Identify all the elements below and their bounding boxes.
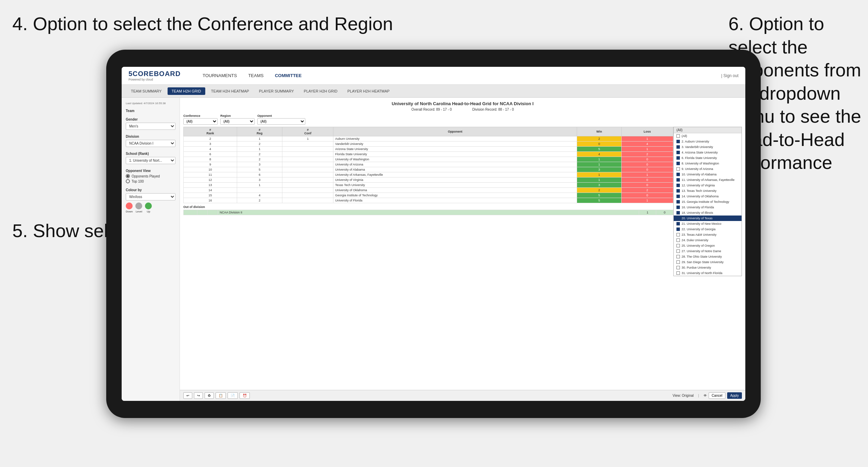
legend-up-label: Up xyxy=(147,210,150,213)
dropdown-item[interactable]: 21. University of New Mexico xyxy=(674,221,742,226)
region-filter-select[interactable]: (All) xyxy=(220,118,255,125)
school-select[interactable]: 1. University of Nort... xyxy=(126,157,175,164)
opponent-filter-label: Opponent xyxy=(257,114,305,118)
dropdown-item[interactable]: 9. University of Arizona xyxy=(674,166,742,172)
subnav-team-summary[interactable]: TEAM SUMMARY xyxy=(127,87,166,95)
subnav-team-h2h-grid[interactable]: TEAM H2H GRID xyxy=(168,87,205,95)
nav-items: TOURNAMENTS TEAMS COMMITTEE xyxy=(198,71,711,80)
dropdown-item-label: 27. University of Notre Dame xyxy=(682,249,721,253)
copy-button[interactable]: 📋 xyxy=(216,392,226,399)
undo-button[interactable]: ↩ xyxy=(183,392,192,399)
subnav-player-h2h-heatmap[interactable]: PLAYER H2H HEATMAP xyxy=(343,87,394,95)
nav-committee[interactable]: COMMITTEE xyxy=(270,71,306,80)
cancel-button[interactable]: Cancel xyxy=(709,392,725,399)
table-row: 16 2 University of Florida 5 1 xyxy=(184,198,673,203)
col-loss: Loss xyxy=(621,127,673,136)
radio-opponents-played[interactable]: Opponents Played xyxy=(126,174,175,178)
div2-win: 1 xyxy=(639,210,656,215)
dropdown-item-label: 23. Texas A&M University xyxy=(682,233,717,236)
dropdown-item[interactable]: 27. University of Notre Dame xyxy=(674,248,742,254)
dropdown-checkbox xyxy=(676,134,680,138)
table-row: 4 1 Arizona State University 5 1 xyxy=(184,147,673,152)
cell-rank: 3 xyxy=(184,142,237,147)
cell-win: 1 xyxy=(577,172,622,177)
cell-reg: 1 xyxy=(237,136,282,142)
dropdown-item[interactable]: 22. University of Georgia xyxy=(674,226,742,232)
dropdown-item[interactable]: 30. Purdue University xyxy=(674,265,742,270)
opponent-filter-select[interactable]: (All) xyxy=(257,118,305,125)
paste-button[interactable]: 📄 xyxy=(228,392,238,399)
dropdown-item[interactable]: 29. San Diego State University xyxy=(674,259,742,265)
table-wrapper: #Rank #Reg #Conf Opponent Win Loss 2 1 xyxy=(183,127,673,276)
dropdown-item-label: 21. University of New Mexico xyxy=(682,222,721,225)
grid-title: University of North Carolina Head-to-Hea… xyxy=(183,101,742,106)
cell-reg: 2 xyxy=(237,157,282,162)
gender-section: Gender Men's xyxy=(126,118,175,130)
dropdown-item[interactable]: 11. University of Arkansas, Fayetteville xyxy=(674,177,742,183)
dropdown-item[interactable]: 28. The Ohio State University xyxy=(674,254,742,259)
dropdown-item[interactable]: 23. Texas A&M University xyxy=(674,232,742,237)
subnav-player-summary[interactable]: PLAYER SUMMARY xyxy=(255,87,298,95)
cell-reg: 1 xyxy=(237,147,282,152)
clock-button[interactable]: ⏰ xyxy=(240,392,250,399)
opponent-dropdown-panel[interactable]: (All) (All)2. Auburn University3. Vander… xyxy=(673,127,742,276)
dropdown-item[interactable]: 4. Arizona State University xyxy=(674,150,742,155)
apply-button[interactable]: Apply xyxy=(727,392,742,399)
dropdown-item[interactable]: 3. Vanderbilt University xyxy=(674,144,742,150)
cell-win: 3 xyxy=(577,167,622,172)
dropdown-item-label: 6. Florida State University xyxy=(682,156,717,160)
dropdown-item[interactable]: 20. University of Texas xyxy=(674,216,742,221)
dropdown-header: (All) xyxy=(674,127,742,133)
cell-conf xyxy=(282,147,333,152)
dropdown-item[interactable]: 24. Duke University xyxy=(674,237,742,243)
dropdown-item[interactable]: (All) xyxy=(674,133,742,139)
cell-opponent: Florida State University xyxy=(333,152,577,157)
dropdown-item[interactable]: 15. Georgia Institute of Technology xyxy=(674,199,742,205)
subnav-player-h2h-grid[interactable]: PLAYER H2H GRID xyxy=(300,87,342,95)
cell-loss: 2 xyxy=(621,152,673,157)
nav-teams[interactable]: TEAMS xyxy=(243,71,268,80)
radio-top-100[interactable]: Top 100 xyxy=(126,179,175,183)
division-select[interactable]: NCAA Division I xyxy=(126,140,175,147)
dropdown-item[interactable]: 14. University of Oklahoma xyxy=(674,194,742,199)
cell-opponent: University of Oklahoma xyxy=(333,188,577,193)
dropdown-checkbox xyxy=(676,233,680,236)
gender-select[interactable]: Men's xyxy=(126,123,175,130)
dropdown-item[interactable]: 16. University of Florida xyxy=(674,205,742,210)
view-label: View: Original xyxy=(673,394,694,397)
redo-button[interactable]: ↪ xyxy=(194,392,203,399)
div2-conf xyxy=(208,210,218,215)
cell-conf xyxy=(282,198,333,203)
conference-filter-group: Conference (All) xyxy=(183,114,218,125)
dropdown-item[interactable]: 8. University of Washington xyxy=(674,161,742,166)
dropdown-item[interactable]: 2. Auburn University xyxy=(674,139,742,144)
cell-loss: 1 xyxy=(621,147,673,152)
colour-by-select[interactable]: Win/loss xyxy=(126,193,175,200)
dropdown-item[interactable]: 31. University of North Florida xyxy=(674,270,742,276)
nav-tournaments[interactable]: TOURNAMENTS xyxy=(198,71,242,80)
table-row: 8 2 University of Washington 1 0 xyxy=(184,157,673,162)
overall-record: Overall Record: 89 - 17 - 0 xyxy=(412,108,452,111)
dropdown-checkbox xyxy=(676,195,680,198)
cell-loss: 0 xyxy=(621,183,673,188)
cell-loss: 1 xyxy=(621,136,673,142)
dropdown-item[interactable]: 18. University of Illinois xyxy=(674,210,742,216)
table-row: 14 University of Oklahoma 2 2 xyxy=(184,188,673,193)
subnav-team-h2h-heatmap[interactable]: TEAM H2H HEATMAP xyxy=(207,87,253,95)
table-row: 11 6 University of Arkansas, Fayettevill… xyxy=(184,172,673,177)
bottom-toolbar: ↩ ↪ ♻ 📋 📄 ⏰ View: Original | 👁 Cancel Ap… xyxy=(180,390,745,401)
dropdown-checkbox xyxy=(676,178,680,182)
dropdown-item[interactable]: 6. Florida State University xyxy=(674,155,742,161)
cell-opponent: University of Alabama xyxy=(333,167,577,172)
division-section: Division NCAA Division I xyxy=(126,135,175,147)
conference-filter-select[interactable]: (All) xyxy=(183,118,218,125)
dropdown-item[interactable]: 13. Texas Tech University xyxy=(674,188,742,194)
reset-button[interactable]: ♻ xyxy=(205,392,214,399)
tablet-frame: 5COREBOARD Powered by cloud TOURNAMENTS … xyxy=(106,50,761,418)
dropdown-item[interactable]: 12. University of Virginia xyxy=(674,183,742,188)
dropdown-item[interactable]: 10. University of Alabama xyxy=(674,172,742,177)
grid-records: Overall Record: 89 - 17 - 0 Division Rec… xyxy=(183,108,742,111)
cell-win: 1 xyxy=(577,177,622,183)
dropdown-item[interactable]: 25. University of Oregon xyxy=(674,243,742,248)
nav-right: | Sign out xyxy=(721,73,738,78)
